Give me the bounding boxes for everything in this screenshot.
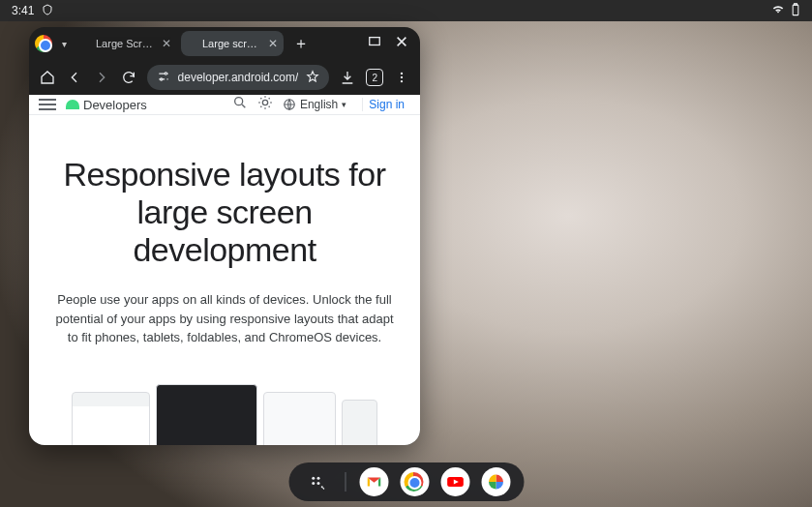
star-icon[interactable] — [306, 70, 319, 86]
svg-rect-1 — [795, 3, 797, 4]
all-apps-button[interactable] — [302, 467, 331, 496]
site-logo[interactable]: Developers — [66, 98, 147, 112]
tab-large-screens-1[interactable]: Large Screens ✕ — [75, 31, 177, 56]
download-icon[interactable] — [339, 69, 356, 86]
language-label: English — [300, 98, 338, 111]
language-selector[interactable]: English ▾ — [283, 98, 346, 111]
taskbar-divider — [345, 472, 346, 492]
svg-point-6 — [401, 76, 403, 78]
site-brand-label: Developers — [83, 98, 147, 112]
back-icon[interactable] — [66, 69, 83, 86]
maximize-icon[interactable] — [368, 35, 381, 52]
page-subtitle: People use your apps on all kinds of dev… — [52, 290, 397, 347]
tab-label: Large screens — [202, 38, 262, 49]
foldable-illustration — [156, 384, 258, 445]
sign-in-link[interactable]: Sign in — [362, 98, 410, 111]
taskbar — [288, 462, 524, 501]
devices-illustration — [52, 373, 397, 445]
chrome-app-icon[interactable] — [400, 467, 429, 496]
phone-illustration — [342, 400, 377, 445]
svg-point-11 — [312, 477, 315, 480]
close-icon[interactable]: ✕ — [268, 37, 278, 50]
android-icon — [187, 38, 198, 49]
chevron-down-icon: ▾ — [342, 100, 346, 109]
svg-rect-2 — [370, 38, 380, 45]
web-page: Developers English ▾ Sign in Responsive … — [29, 95, 420, 445]
shield-icon — [42, 4, 53, 18]
battery-icon — [791, 3, 800, 19]
theme-icon[interactable] — [257, 95, 273, 114]
site-settings-icon[interactable] — [157, 70, 170, 86]
youtube-icon[interactable] — [440, 467, 469, 496]
laptop-illustration — [263, 392, 336, 445]
tab-large-screens-2[interactable]: Large screens ✕ — [181, 31, 284, 56]
page-title: Responsive layouts for large screen deve… — [52, 156, 397, 269]
android-icon — [66, 100, 79, 109]
status-clock: 3:41 — [12, 4, 34, 17]
close-window-icon[interactable] — [395, 35, 408, 52]
android-icon — [80, 38, 92, 49]
home-icon[interactable] — [39, 69, 56, 86]
chevron-down-icon[interactable]: ▾ — [58, 39, 71, 49]
chrome-icon[interactable] — [35, 35, 52, 52]
svg-point-8 — [235, 98, 243, 105]
close-icon[interactable]: ✕ — [162, 37, 171, 50]
svg-point-12 — [316, 477, 319, 480]
search-icon[interactable] — [232, 95, 248, 114]
url-text: developer.android.com/ — [178, 71, 299, 84]
browser-toolbar: developer.android.com/ 2 — [29, 60, 420, 95]
overflow-menu-icon[interactable] — [393, 69, 410, 86]
site-header: Developers English ▾ Sign in — [29, 95, 420, 115]
gmail-icon[interactable] — [359, 467, 388, 496]
svg-point-15 — [320, 486, 322, 488]
new-tab-button[interactable]: ＋ — [287, 34, 315, 54]
svg-point-3 — [165, 72, 166, 74]
tab-label: Large Screens — [96, 38, 156, 49]
address-bar[interactable]: developer.android.com/ — [147, 65, 330, 90]
menu-icon[interactable] — [39, 99, 56, 110]
svg-point-5 — [401, 73, 403, 75]
svg-point-14 — [316, 482, 319, 485]
svg-point-7 — [401, 80, 403, 82]
wifi-icon — [771, 3, 785, 19]
tab-strip: ▾ Large Screens ✕ Large screens ✕ ＋ — [29, 27, 420, 60]
svg-rect-0 — [793, 5, 798, 15]
status-bar: 3:41 — [0, 0, 812, 21]
svg-point-9 — [262, 100, 267, 104]
browser-window: ▾ Large Screens ✕ Large screens ✕ ＋ — [29, 27, 420, 445]
forward-icon[interactable] — [93, 69, 110, 86]
photos-icon[interactable] — [481, 467, 510, 496]
tab-count-badge[interactable]: 2 — [366, 69, 383, 86]
reload-icon[interactable] — [120, 69, 137, 86]
svg-point-13 — [312, 482, 315, 485]
hero-section: Responsive layouts for large screen deve… — [29, 115, 420, 445]
tablet-illustration — [72, 392, 150, 445]
